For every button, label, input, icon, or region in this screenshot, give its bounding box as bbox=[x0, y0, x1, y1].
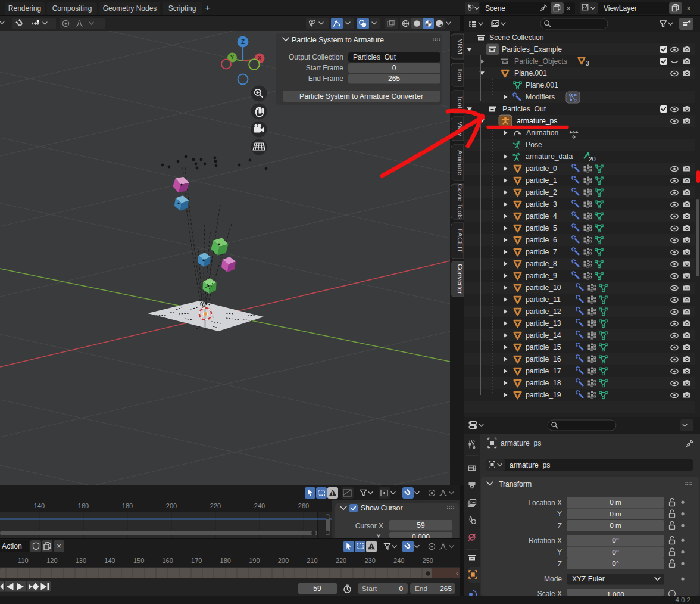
svg-text:150: 150 bbox=[133, 557, 144, 564]
svg-text:particle_15: particle_15 bbox=[526, 343, 561, 351]
svg-text:Z: Z bbox=[241, 39, 245, 45]
svg-text:particle_3: particle_3 bbox=[526, 200, 557, 208]
svg-text:Plane.001: Plane.001 bbox=[526, 81, 558, 89]
svg-text:Particles_Example: Particles_Example bbox=[502, 45, 562, 54]
svg-text:220: 220 bbox=[210, 502, 221, 509]
svg-text:265: 265 bbox=[388, 74, 400, 83]
svg-text:+: + bbox=[205, 2, 211, 13]
svg-text:×: × bbox=[686, 4, 691, 13]
svg-text:Z: Z bbox=[558, 522, 562, 530]
svg-text:0 m: 0 m bbox=[610, 510, 621, 518]
svg-text:140: 140 bbox=[104, 557, 115, 564]
svg-text:particle_16: particle_16 bbox=[526, 355, 561, 363]
svg-text:Action: Action bbox=[2, 542, 22, 550]
svg-text:240: 240 bbox=[393, 557, 404, 564]
svg-text:‹: ‹ bbox=[456, 569, 458, 577]
svg-text:Scene Collection: Scene Collection bbox=[489, 33, 543, 42]
svg-text:particle_9: particle_9 bbox=[526, 272, 557, 280]
svg-text:particle_12: particle_12 bbox=[526, 307, 561, 316]
svg-text:Particle System to Armature: Particle System to Armature bbox=[292, 36, 384, 44]
svg-text:160: 160 bbox=[78, 502, 89, 509]
svg-text:Modifiers: Modifiers bbox=[526, 93, 555, 101]
svg-text:Animation: Animation bbox=[526, 129, 558, 137]
svg-text:particle_4: particle_4 bbox=[526, 212, 557, 220]
svg-text:End: End bbox=[415, 584, 427, 593]
svg-text:particle_13: particle_13 bbox=[526, 319, 561, 328]
svg-text:particle_17: particle_17 bbox=[526, 367, 561, 375]
svg-text:220: 220 bbox=[336, 557, 346, 564]
svg-text:Y: Y bbox=[557, 510, 562, 518]
svg-text:200: 200 bbox=[278, 557, 289, 564]
svg-text:130: 130 bbox=[76, 557, 86, 564]
svg-text:200: 200 bbox=[166, 502, 177, 509]
svg-text:Particle_Objects: Particle_Objects bbox=[514, 57, 567, 66]
svg-text:260: 260 bbox=[298, 502, 309, 509]
svg-text:Transform: Transform bbox=[499, 480, 532, 488]
svg-text:particle_8: particle_8 bbox=[526, 260, 557, 268]
svg-text:armature_ps: armature_ps bbox=[501, 439, 541, 447]
svg-text:0 m: 0 m bbox=[610, 498, 621, 506]
svg-text:particle_18: particle_18 bbox=[526, 379, 561, 387]
svg-text:particle_10: particle_10 bbox=[526, 284, 561, 292]
svg-text:59: 59 bbox=[313, 584, 321, 593]
svg-text:3: 3 bbox=[586, 60, 589, 67]
svg-text:Particles_Out: Particles_Out bbox=[353, 53, 396, 61]
svg-text:×: × bbox=[566, 4, 571, 13]
svg-text:Rotation X: Rotation X bbox=[529, 537, 562, 545]
svg-text:Mode: Mode bbox=[544, 575, 562, 583]
svg-text:particle_7: particle_7 bbox=[526, 248, 557, 256]
svg-text:Pose: Pose bbox=[526, 141, 542, 149]
svg-text:Output Collection: Output Collection bbox=[289, 53, 343, 61]
svg-text:140: 140 bbox=[34, 502, 45, 509]
svg-text:Rendering: Rendering bbox=[8, 4, 41, 13]
svg-text:Particle System to Armature Co: Particle System to Armature Converter bbox=[299, 92, 423, 101]
svg-text:particle_19: particle_19 bbox=[526, 391, 561, 399]
svg-text:Converter: Converter bbox=[457, 264, 464, 294]
svg-text:Govie Tools: Govie Tools bbox=[457, 184, 464, 220]
svg-text:particle_14: particle_14 bbox=[526, 331, 561, 340]
svg-text:Particles_Out: Particles_Out bbox=[502, 105, 546, 113]
svg-text:Start: Start bbox=[362, 584, 377, 593]
svg-text:particle_11: particle_11 bbox=[526, 295, 561, 304]
svg-text:0: 0 bbox=[392, 64, 396, 72]
svg-text:160: 160 bbox=[162, 557, 173, 564]
svg-text:particle_5: particle_5 bbox=[526, 224, 557, 232]
svg-text:particle_6: particle_6 bbox=[526, 236, 557, 244]
svg-text:20: 20 bbox=[589, 155, 596, 163]
svg-text:0°: 0° bbox=[612, 536, 619, 544]
svg-text:armature_ps: armature_ps bbox=[510, 461, 550, 469]
svg-text:240: 240 bbox=[254, 502, 265, 509]
svg-text:Z: Z bbox=[558, 560, 562, 568]
svg-text:Plane.001: Plane.001 bbox=[514, 69, 547, 77]
svg-text:170: 170 bbox=[191, 557, 202, 564]
svg-text:0 m: 0 m bbox=[610, 521, 621, 530]
svg-text:Scene: Scene bbox=[485, 4, 505, 13]
svg-text:particle_0: particle_0 bbox=[526, 164, 557, 173]
svg-text:Cursor X: Cursor X bbox=[355, 522, 383, 530]
svg-text:FACEIT: FACEIT bbox=[457, 229, 464, 253]
svg-text:0: 0 bbox=[399, 584, 403, 593]
svg-text:190: 190 bbox=[249, 557, 260, 564]
svg-text:Y: Y bbox=[230, 54, 234, 60]
svg-text:0°: 0° bbox=[612, 559, 619, 568]
svg-text:59: 59 bbox=[417, 521, 425, 530]
svg-text:250: 250 bbox=[423, 557, 433, 564]
svg-text:Item: Item bbox=[457, 68, 464, 81]
svg-text:Start Frame: Start Frame bbox=[306, 64, 344, 72]
svg-text:Scripting: Scripting bbox=[168, 4, 196, 13]
svg-text:armature_ps: armature_ps bbox=[517, 117, 557, 125]
svg-text:XYZ Euler: XYZ Euler bbox=[572, 575, 605, 583]
svg-text:Tool: Tool bbox=[457, 95, 464, 108]
svg-text:armature_data: armature_data bbox=[526, 152, 573, 161]
svg-text:210: 210 bbox=[307, 557, 317, 564]
svg-text:0°: 0° bbox=[612, 548, 619, 556]
svg-text:230: 230 bbox=[364, 557, 375, 564]
svg-text:Show Cursor: Show Cursor bbox=[361, 504, 402, 512]
svg-text:particle_2: particle_2 bbox=[526, 188, 557, 197]
svg-text:VRM: VRM bbox=[457, 39, 464, 54]
svg-text:180: 180 bbox=[122, 502, 133, 509]
svg-text:265: 265 bbox=[440, 584, 452, 593]
svg-text:Geometry Nodes: Geometry Nodes bbox=[103, 4, 157, 13]
svg-text:Animate: Animate bbox=[457, 150, 464, 175]
svg-text:120: 120 bbox=[46, 557, 57, 564]
